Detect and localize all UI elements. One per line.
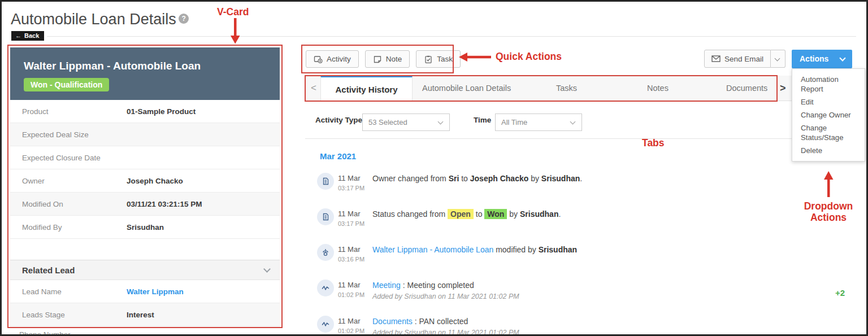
actions-button[interactable]: Actions xyxy=(792,50,852,68)
field-label-phone-number-partial: Phone Number xyxy=(19,330,71,336)
vcard-fields: Product 01-Sample Product Expected Deal … xyxy=(10,100,280,326)
time-filter-label: Time xyxy=(474,116,491,124)
tab-activity-history[interactable]: Activity History xyxy=(320,76,413,101)
actions-dropdown-menu: Automation Report Edit Change Owner Chan… xyxy=(792,68,865,162)
field-value: 03/11/21 03:21:15 PM xyxy=(127,200,202,208)
add-task-button[interactable]: Task xyxy=(416,50,461,68)
add-activity-button[interactable]: Activity xyxy=(306,50,359,68)
feed-item-time: 03:16 PM xyxy=(338,256,371,263)
field-value: 01-Sample Product xyxy=(127,107,196,116)
activity-add-icon xyxy=(314,55,323,64)
annotation-quick-actions-label: Quick Actions xyxy=(496,51,562,62)
menu-item-edit[interactable]: Edit xyxy=(792,95,865,108)
annotation-vcard-label: V-Card xyxy=(217,6,249,18)
related-lead-title: Related Lead xyxy=(22,265,75,275)
more-activities-badge[interactable]: +2 xyxy=(835,288,845,298)
send-email-label: Send Email xyxy=(724,55,763,63)
status-won-highlight: Won xyxy=(484,209,507,219)
feed-item-date: 11 Mar xyxy=(338,281,371,289)
feed-item-time: 01:02 PM xyxy=(338,328,371,334)
feed-item-datetime: 11 Mar 03:17 PM xyxy=(338,174,371,191)
note-doc-icon xyxy=(317,173,334,190)
chevron-down-icon[interactable] xyxy=(263,265,271,273)
annotation-arrow-left-icon xyxy=(458,51,491,63)
feed-item-datetime: 11 Mar 01:02 PM xyxy=(338,281,371,298)
status-badge: Won - Qualification xyxy=(24,78,109,91)
menu-item-automation-report[interactable]: Automation Report xyxy=(792,73,865,95)
field-value: Interest xyxy=(127,311,154,319)
feed-item-subtext: Added by Srisudhan on 11 Mar 2021 01:02 … xyxy=(372,293,519,300)
field-label: Expected Deal Size xyxy=(22,130,127,139)
documents-link[interactable]: Documents xyxy=(372,317,413,326)
vcard-header: Walter Lippman - Automobile Loan Won - Q… xyxy=(10,47,280,100)
pulse-icon xyxy=(317,280,334,296)
feed-item-time: 01:02 PM xyxy=(338,291,371,298)
help-icon[interactable]: ? xyxy=(179,14,189,24)
status-open-highlight: Open xyxy=(448,209,474,219)
time-filter-select[interactable]: All Time xyxy=(495,114,582,131)
meeting-link[interactable]: Meeting xyxy=(372,281,401,290)
field-row-modified-by: Modified By Srisudhan xyxy=(10,216,280,239)
feed-item-datetime: 11 Mar 03:17 PM xyxy=(338,210,371,227)
back-button-label: Back xyxy=(24,32,39,39)
field-label: Owner xyxy=(22,177,127,185)
tab-documents[interactable]: Documents xyxy=(726,84,767,93)
field-label: Modified By xyxy=(22,223,127,232)
note-doc-icon xyxy=(317,208,334,225)
opportunity-link[interactable]: Walter Lippman - Automobile Loan xyxy=(372,245,493,254)
annotation-arrow-down-icon xyxy=(229,18,241,44)
page-header: Automobile Loan Details ? xyxy=(11,11,189,28)
feed-item-date: 11 Mar xyxy=(338,317,371,325)
add-note-button[interactable]: Note xyxy=(365,50,410,68)
field-label: Leads Stage xyxy=(22,311,127,319)
menu-item-delete[interactable]: Delete xyxy=(792,144,865,157)
send-email-dropdown-toggle[interactable] xyxy=(771,50,785,68)
field-value: Joseph Chacko xyxy=(127,177,183,185)
field-row-owner: Owner Joseph Chacko xyxy=(10,169,280,193)
lead-name-link[interactable]: Walter Lippman xyxy=(127,287,184,296)
activity-filters-row: Activity Type 53 Selected Time All Time xyxy=(305,101,855,139)
tab-tasks[interactable]: Tasks xyxy=(556,84,577,93)
tab-label: Activity History xyxy=(335,85,397,94)
feed-item-time: 03:17 PM xyxy=(338,185,371,191)
tab-automobile-loan-details[interactable]: Automobile Loan Details xyxy=(422,84,511,93)
page-title: Automobile Loan Details xyxy=(11,11,176,28)
actions-button-label: Actions xyxy=(800,54,828,63)
header-divider xyxy=(47,36,856,37)
quick-action-label: Activity xyxy=(327,55,351,63)
automobile-loan-details-page: Automobile Loan Details ? ← Back V-Card … xyxy=(0,0,868,336)
menu-item-change-status-stage[interactable]: Change Status/Stage xyxy=(792,121,865,144)
annotation-arrow-up-icon xyxy=(823,171,834,198)
envelope-icon xyxy=(711,55,721,62)
tab-bar: < Activity History Automobile Loan Detai… xyxy=(305,76,855,101)
tab-notes[interactable]: Notes xyxy=(647,84,669,93)
activity-type-select[interactable]: 53 Selected xyxy=(362,114,450,131)
annotation-dropdown-actions-label: Dropdown Actions xyxy=(794,200,863,223)
field-label: Lead Name xyxy=(22,287,127,296)
quick-action-label: Note xyxy=(386,55,402,63)
field-row-lead-name: Lead Name Walter Lippman xyxy=(10,280,280,303)
field-row-expected-closure-date: Expected Closure Date xyxy=(10,146,280,169)
field-value: Srisudhan xyxy=(127,223,164,232)
related-lead-section-header[interactable]: Related Lead xyxy=(10,260,280,280)
field-label: Expected Closure Date xyxy=(22,154,127,162)
back-arrow-icon: ← xyxy=(15,32,21,39)
vcard-panel: Walter Lippman - Automobile Loan Won - Q… xyxy=(7,45,283,328)
back-button[interactable]: ← Back xyxy=(11,31,44,41)
feed-item-text: Walter Lippman - Automobile Loan modifie… xyxy=(372,245,577,254)
send-email-button[interactable]: Send Email xyxy=(704,50,771,68)
tabs-scroll-right-icon[interactable]: > xyxy=(780,82,786,94)
field-label: Modified On xyxy=(22,200,127,208)
time-filter-value: All Time xyxy=(501,118,527,126)
task-add-icon xyxy=(424,55,433,64)
quick-actions-bar: Activity Note Task xyxy=(306,50,461,68)
chevron-down-icon xyxy=(775,56,780,62)
feed-item-datetime: 11 Mar 01:02 PM xyxy=(338,317,371,334)
activity-type-label: Activity Type xyxy=(315,116,362,124)
send-email-split-button: Send Email xyxy=(704,50,785,68)
content-right-edge xyxy=(865,45,866,334)
menu-item-change-owner[interactable]: Change Owner xyxy=(792,108,865,121)
tabs-scroll-left-icon[interactable]: < xyxy=(311,82,316,94)
feed-item-text: Owner changed from Sri to Joseph Chacko … xyxy=(372,174,582,183)
vcard-section-gap xyxy=(10,239,280,260)
